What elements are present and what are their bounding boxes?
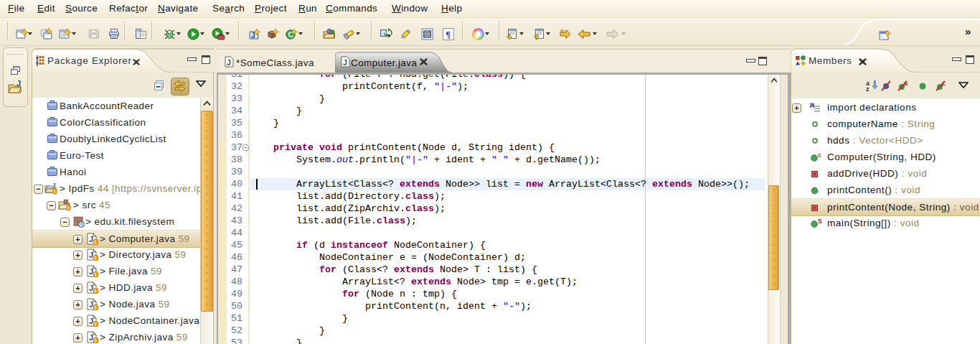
svg-text:J: J <box>89 235 93 243</box>
svg-text:J: J <box>227 58 231 67</box>
svg-text:J: J <box>89 300 93 309</box>
svg-text:S: S <box>818 218 822 225</box>
svg-text:J: J <box>89 267 93 276</box>
svg-text:z: z <box>866 85 870 92</box>
svg-text:c: c <box>818 152 821 159</box>
svg-text:J: J <box>251 32 255 39</box>
svg-text:J: J <box>89 251 93 259</box>
svg-text:J: J <box>343 58 347 67</box>
svg-text:J: J <box>52 182 55 188</box>
svg-text:¶: ¶ <box>446 29 451 39</box>
svg-text:J: J <box>89 333 93 342</box>
svg-text:J: J <box>89 317 93 325</box>
svg-text:J: J <box>17 80 21 88</box>
svg-text:J: J <box>89 284 93 292</box>
